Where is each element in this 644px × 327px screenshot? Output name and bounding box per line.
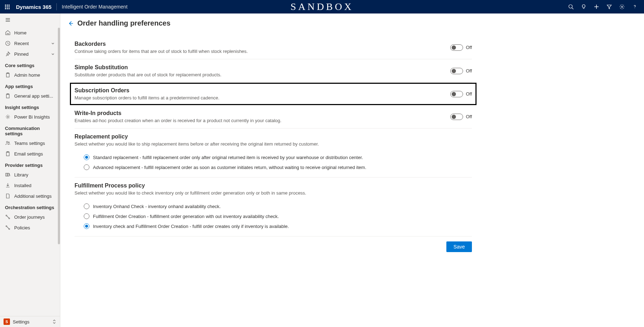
sidebar-item-installed[interactable]: Installed bbox=[0, 180, 60, 191]
sidebar-label: Policies bbox=[14, 225, 55, 230]
page-title: Order handling preferences bbox=[77, 19, 170, 27]
help-icon[interactable] bbox=[632, 4, 638, 10]
sidebar-item-policies[interactable]: Policies bbox=[0, 222, 60, 233]
home-icon bbox=[5, 30, 11, 36]
chevron-down-icon bbox=[51, 41, 55, 45]
download-icon bbox=[5, 182, 11, 188]
svg-rect-19 bbox=[7, 173, 9, 176]
radio-icon bbox=[84, 223, 89, 229]
back-button[interactable] bbox=[67, 20, 74, 27]
sidebar-item-powerbi[interactable]: Power Bi Insights bbox=[0, 111, 60, 122]
clipboard-icon bbox=[5, 93, 11, 99]
toggle-backorders[interactable] bbox=[450, 44, 463, 51]
setting-desc: Substitute order products that are out o… bbox=[75, 72, 450, 77]
svg-point-15 bbox=[9, 142, 10, 143]
toggle-state-label: Off bbox=[466, 91, 472, 97]
svg-rect-9 bbox=[6, 73, 9, 77]
pin-icon bbox=[5, 51, 11, 57]
setting-section-replacement: Replacement policy Select whether you wo… bbox=[75, 129, 472, 178]
sidebar-label: Installed bbox=[14, 183, 55, 188]
radio-replacement-standard[interactable]: Standard replacement - fulfill replaceme… bbox=[84, 152, 472, 162]
area-badge: S bbox=[4, 318, 10, 325]
setting-desc: Enables ad-hoc product creation when an … bbox=[75, 118, 450, 123]
search-icon[interactable] bbox=[568, 4, 574, 10]
radio-fulfillment-inventory[interactable]: Inventory Onhand Check - inventory onhan… bbox=[84, 201, 472, 211]
setting-title: Backorders bbox=[75, 41, 450, 47]
svg-point-14 bbox=[6, 141, 8, 143]
filter-icon[interactable] bbox=[606, 4, 612, 10]
app-name-label: Intelligent Order Management bbox=[62, 4, 127, 10]
svg-rect-11 bbox=[6, 94, 9, 98]
sidebar-group-orch: Orchestration settings bbox=[0, 201, 60, 212]
radio-icon bbox=[84, 213, 89, 219]
toggle-subscription[interactable] bbox=[450, 91, 463, 97]
sidebar-item-general-app[interactable]: General app setti... bbox=[0, 91, 60, 101]
clock-icon bbox=[5, 40, 11, 46]
setting-desc: Select whether you would like to check i… bbox=[75, 190, 472, 196]
sidebar-label: Admin home bbox=[14, 72, 55, 78]
gear-icon[interactable] bbox=[619, 4, 625, 10]
sidebar-item-additional[interactable]: Additional settings bbox=[0, 191, 60, 201]
highlighted-subscription-box: Subscription Orders Manage subscription … bbox=[70, 83, 477, 105]
sidebar-label: Additional settings bbox=[14, 194, 55, 199]
sidebar-item-recent[interactable]: Recent bbox=[0, 38, 60, 49]
radio-fulfillment-creation[interactable]: Fulfillment Order Creation - fulfillment… bbox=[84, 211, 472, 221]
setting-title: Fulfillment Process policy bbox=[75, 182, 472, 189]
setting-row-subscription: Subscription Orders Manage subscription … bbox=[75, 84, 472, 104]
toggle-writein[interactable] bbox=[450, 114, 463, 120]
setting-title: Replacement policy bbox=[75, 133, 472, 140]
svg-point-13 bbox=[7, 116, 9, 118]
radio-label: Standard replacement - fulfill replaceme… bbox=[93, 155, 363, 160]
sidebar-label: Recent bbox=[14, 41, 47, 46]
sidebar: Home Recent Pinned Core settings Admin h… bbox=[0, 13, 60, 327]
sidebar-toggle-button[interactable] bbox=[0, 13, 60, 27]
add-icon[interactable] bbox=[594, 4, 599, 10]
sidebar-item-email[interactable]: Email settings bbox=[0, 148, 60, 159]
svg-point-0 bbox=[569, 5, 572, 8]
radio-label: Inventory Onhand Check - inventory onhan… bbox=[93, 204, 221, 209]
sidebar-label: Power Bi Insights bbox=[14, 114, 55, 120]
radio-label: Fulfillment Order Creation - fulfillment… bbox=[93, 214, 279, 219]
flow-icon bbox=[5, 214, 11, 220]
sidebar-item-admin-home[interactable]: Admin home bbox=[0, 70, 60, 80]
sidebar-item-home[interactable]: Home bbox=[0, 27, 60, 38]
clipboard-icon bbox=[5, 72, 11, 78]
divider bbox=[56, 3, 57, 10]
sidebar-group-provider: Provider settings bbox=[0, 159, 60, 169]
sidebar-item-journeys[interactable]: Order journeys bbox=[0, 212, 60, 222]
setting-desc: Manage subscription orders to fulfill it… bbox=[75, 95, 450, 100]
area-label: Settings bbox=[13, 319, 29, 325]
app-launcher-icon[interactable] bbox=[4, 3, 11, 11]
radio-icon bbox=[84, 154, 89, 160]
setting-desc: Continue taking orders for items that ar… bbox=[75, 49, 450, 54]
sidebar-label: Email settings bbox=[14, 151, 55, 157]
setting-title: Subscription Orders bbox=[75, 87, 450, 94]
gear-icon bbox=[5, 114, 11, 120]
sidebar-item-teams[interactable]: Teams settings bbox=[0, 138, 60, 148]
document-icon bbox=[5, 193, 11, 199]
setting-title: Write-In products bbox=[75, 110, 450, 116]
sidebar-label: Home bbox=[14, 30, 55, 36]
sidebar-item-pinned[interactable]: Pinned bbox=[0, 49, 60, 59]
setting-title: Simple Substitution bbox=[75, 64, 450, 71]
setting-row-backorders: Backorders Continue taking orders for it… bbox=[75, 36, 472, 59]
svg-rect-16 bbox=[6, 152, 9, 156]
sidebar-group-comm: Communication settings bbox=[0, 122, 60, 138]
sidebar-scrollbar[interactable] bbox=[58, 28, 60, 316]
radio-icon bbox=[84, 203, 89, 209]
sidebar-item-library[interactable]: Library bbox=[0, 169, 60, 180]
save-button[interactable]: Save bbox=[446, 241, 472, 252]
clipboard-icon bbox=[5, 151, 11, 157]
flow-icon bbox=[5, 225, 11, 230]
radio-fulfillment-both[interactable]: Inventory check and Fulfillment Order Cr… bbox=[84, 221, 472, 231]
sidebar-label: General app setti... bbox=[14, 93, 55, 99]
sidebar-area-switcher[interactable]: S Settings bbox=[0, 316, 60, 327]
toggle-substitution[interactable] bbox=[450, 68, 463, 74]
lightbulb-icon[interactable] bbox=[581, 4, 587, 10]
sidebar-label: Order journeys bbox=[14, 214, 55, 220]
radio-replacement-advanced[interactable]: Advanced replacement - fulfill replaceme… bbox=[84, 162, 472, 172]
toggle-state-label: Off bbox=[466, 114, 472, 119]
environment-label: SANDBOX bbox=[291, 1, 353, 12]
chevron-updown-icon bbox=[52, 319, 56, 324]
brand-label: Dynamics 365 bbox=[16, 4, 51, 10]
